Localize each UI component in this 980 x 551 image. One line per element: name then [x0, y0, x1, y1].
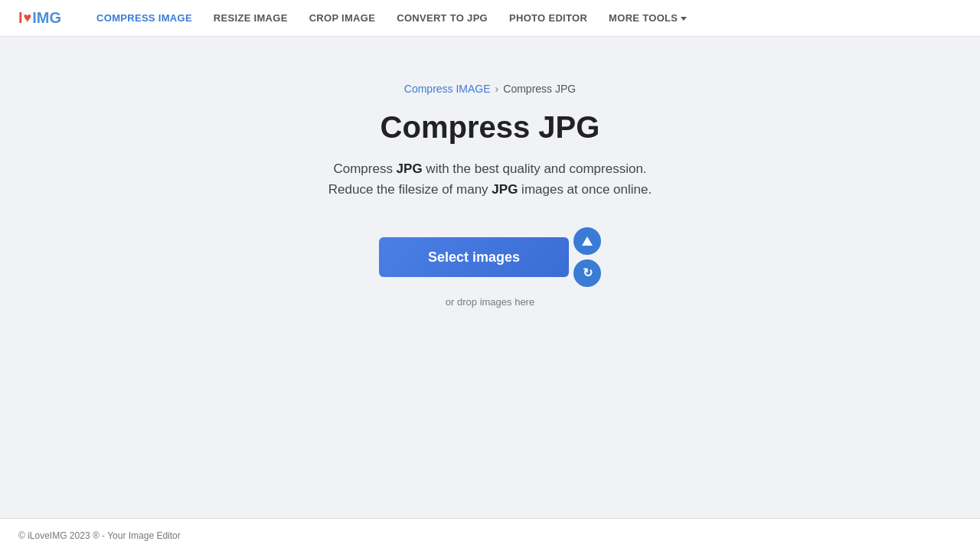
- main-content: Compress IMAGE › Compress JPG Compress J…: [0, 37, 980, 518]
- chevron-down-icon: [681, 17, 687, 21]
- select-images-button[interactable]: Select images: [379, 237, 569, 277]
- logo-i: I: [18, 9, 23, 27]
- nav-item-compress-image[interactable]: COMPRESS IMAGE: [86, 0, 203, 37]
- breadcrumb-current: Compress JPG: [503, 83, 576, 95]
- nav-item-crop-image[interactable]: CROP IMAGE: [299, 0, 387, 37]
- breadcrumb-link[interactable]: Compress IMAGE: [404, 83, 491, 95]
- desc-line1: Compress JPG with the best quality and c…: [333, 161, 646, 176]
- footer-text: © iLoveIMG 2023 ® - Your Image Editor: [18, 530, 181, 541]
- header: I ♥ IMG COMPRESS IMAGE RESIZE IMAGE CROP…: [0, 0, 980, 37]
- nav-item-convert-to-jpg[interactable]: CONVERT TO JPG: [386, 0, 498, 37]
- desc-bold-jpg-1: JPG: [397, 161, 423, 176]
- drop-hint: or drop images here: [446, 296, 534, 308]
- footer: © iLoveIMG 2023 ® - Your Image Editor: [0, 518, 980, 551]
- desc-line2: Reduce the filesize of many JPG images a…: [328, 182, 652, 197]
- desc-bold-jpg-2: JPG: [492, 182, 518, 197]
- logo[interactable]: I ♥ IMG: [18, 9, 61, 27]
- page-title: Compress JPG: [381, 110, 600, 145]
- description: Compress JPG with the best quality and c…: [328, 158, 652, 200]
- nav-item-photo-editor[interactable]: PHOTO EDITOR: [498, 0, 598, 37]
- nav-item-more-tools[interactable]: MORE TOOLS: [598, 0, 697, 37]
- dropbox-upload-button[interactable]: ↻: [573, 259, 601, 287]
- main-nav: COMPRESS IMAGE RESIZE IMAGE CROP IMAGE C…: [86, 0, 697, 37]
- breadcrumb-separator: ›: [495, 83, 499, 95]
- upload-row: Select images ↻: [379, 227, 601, 287]
- google-drive-upload-button[interactable]: [573, 227, 601, 255]
- logo-img: IMG: [32, 9, 61, 27]
- cloud-upload-buttons: ↻: [573, 227, 601, 287]
- dropbox-icon: ↻: [583, 267, 593, 279]
- upload-area: Select images ↻ or drop images here: [379, 227, 601, 308]
- google-drive-icon: [582, 236, 593, 246]
- nav-item-resize-image[interactable]: RESIZE IMAGE: [203, 0, 299, 37]
- breadcrumb: Compress IMAGE › Compress JPG: [404, 83, 576, 95]
- logo-heart: ♥: [24, 10, 32, 26]
